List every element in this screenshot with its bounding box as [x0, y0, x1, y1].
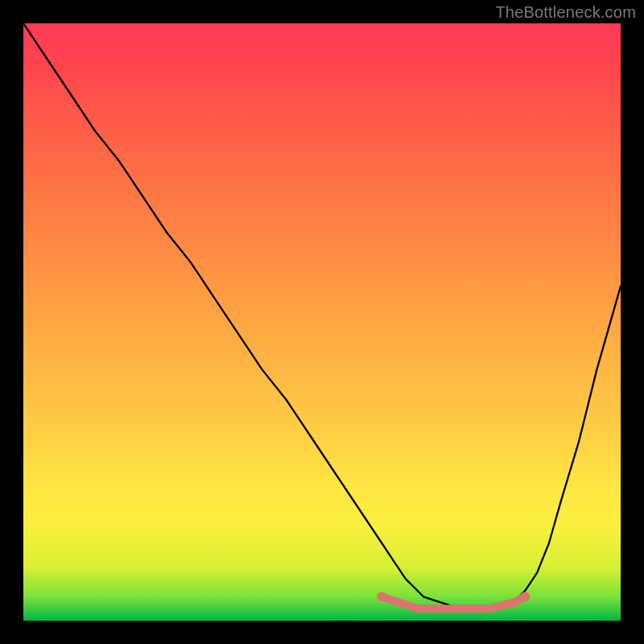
gradient-plot-area — [23, 23, 621, 621]
bottleneck-curve — [23, 23, 621, 609]
chart-frame: TheBottleneck.com — [0, 0, 644, 644]
trough-start-dot — [377, 592, 386, 601]
trough-highlight — [382, 597, 525, 609]
watermark-text: TheBottleneck.com — [495, 3, 636, 22]
trough-end-dot — [520, 592, 530, 601]
curve-canvas — [23, 23, 621, 621]
